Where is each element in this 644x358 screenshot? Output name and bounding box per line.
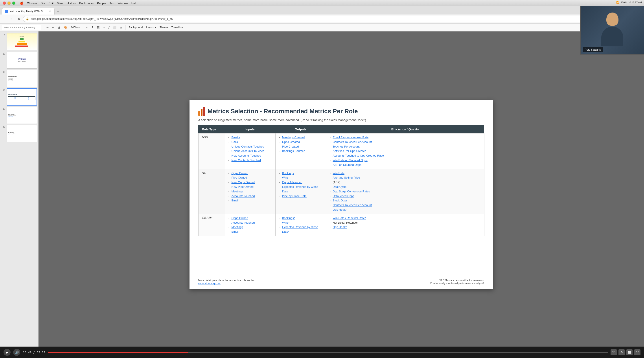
undo-button[interactable]: ↩ [45,25,50,30]
link-meetings-created[interactable]: Meetings Created [282,135,322,140]
slide-canvas[interactable]: Metrics Selection - Recommended Metrics … [190,100,493,289]
text-tool[interactable]: T [90,25,95,30]
active-tab[interactable]: Instrumenting Newly WFH Sal... ✕ [2,8,54,14]
link-ae-opps-owned[interactable]: Opps Owned [232,171,272,176]
link-win-renewal-rate[interactable]: Win Rate / Renewal Rate* [333,216,481,221]
slide-thumb-9[interactable]: 9 Pyramid [1,33,37,50]
footer-link[interactable]: www.atriumhq.com [198,282,220,285]
link-new-accounts-touched[interactable]: New Accounts Touched [232,153,272,158]
background-button[interactable]: Background [127,25,144,30]
theater-button[interactable]: ⬜ [626,349,632,355]
link-csam-wins[interactable]: Wins* [282,221,322,225]
transition-button[interactable]: Transition [170,25,184,30]
play-button[interactable]: ▶ [4,349,10,356]
layout-button[interactable]: Layout ▾ [145,25,157,30]
menu-history[interactable]: History [67,1,76,5]
volume-button[interactable]: 🔊 [13,349,20,356]
link-asp-sourced[interactable]: ASP on Sourced Opps [333,163,481,167]
link-win-rate-sourced[interactable]: Win Rate on Sourced Opps [333,158,481,163]
link-ae-wins[interactable]: Wins [282,175,322,180]
settings-video-button[interactable]: ⚙ [618,349,625,355]
apple-menu[interactable]: 🍎 [20,1,23,5]
zoom-button[interactable]: 100% ▾ [70,25,81,30]
link-ae-contacts-touched[interactable]: Contacts Touched Per Account [333,203,481,208]
menu-window[interactable]: Window [118,1,128,5]
link-ae-bookings[interactable]: Bookings [282,171,322,176]
reload-button[interactable]: ↻ [16,16,22,22]
link-untouched-opps[interactable]: Untouched Opps [333,194,481,199]
menu-people[interactable]: People [97,1,106,5]
menu-file[interactable]: File [40,1,45,5]
link-csam-bookings[interactable]: Bookings* [282,216,322,221]
link-pipe-by-close-date[interactable]: Pipe by Close Date [282,194,322,199]
link-csam-expected-revenue[interactable]: Expected Revenue by Close Date* [282,225,322,234]
link-deal-cycle[interactable]: Deal Cycle [333,185,481,189]
link-unique-accounts-touched[interactable]: Unique Accounts Touched [232,149,272,153]
link-stuck-opps[interactable]: Stuck Opps [333,198,481,203]
shape-tool[interactable]: ○ [102,25,106,30]
link-ae-opp-health[interactable]: Opp Health [333,208,481,212]
link-opps-created[interactable]: Opps Created [282,140,322,144]
fullscreen-button[interactable]: ⛶ [634,349,640,355]
maximize-button[interactable] [12,1,16,4]
print-button[interactable]: 🖨 [56,25,62,30]
new-tab-button[interactable]: + [55,8,61,14]
link-emails[interactable]: Emails [232,135,272,140]
slide-thumb-12[interactable]: 12 Metrics Selection SDREmailsCalls AEOp… [1,88,37,106]
menu-help[interactable]: Help [132,1,137,5]
redo-button[interactable]: ↪ [51,25,56,30]
link-ae-win-rate[interactable]: Win Rate [333,171,481,176]
link-contacts-touched-per-account[interactable]: Contacts Touched Per Account [333,140,481,144]
link-accounts-ratio[interactable]: Accounts Touched to Opp Created Ratio [333,153,481,158]
menu-edit[interactable]: Edit [49,1,54,5]
link-opp-stage-conversion[interactable]: Opp Stage Conversion Rates [333,189,481,194]
paint-button[interactable]: 🎨 [63,25,69,30]
cc-button[interactable]: CC [610,349,617,355]
cursor-tool[interactable]: ↖ [85,25,90,30]
link-opps-advanced[interactable]: Opps Advanced [282,180,322,185]
link-new-pipe-owned[interactable]: New Pipe Owned [232,185,272,189]
link-pipe-owned[interactable]: Pipe Owned [232,175,272,180]
menu-view[interactable]: View [57,1,64,5]
menu-search-input[interactable] [2,25,42,30]
link-activities-per-opp[interactable]: Activities Per Opp Created [333,149,481,153]
more-shapes-tool[interactable]: ⬜ [112,25,118,30]
link-new-opps-owned[interactable]: New Opps Owned [232,180,272,185]
link-touches-per-account[interactable]: Touches Per Account [333,144,481,149]
link-unique-contacts-touched[interactable]: Unique Contacts Touched [232,144,272,149]
link-ae-accounts-touched[interactable]: Accounts Touched [232,194,272,199]
minimize-button[interactable] [8,1,10,4]
slide-thumb-11[interactable]: 11 Metrics Selection • Principle 1 • Pri… [1,70,37,87]
link-csam-email[interactable]: Email [232,230,272,234]
address-bar[interactable]: 🔒 docs.google.com/presentation/d/1sU4qQp… [23,16,606,22]
menu-bookmarks[interactable]: Bookmarks [79,1,94,5]
link-csam-meetings[interactable]: Meetings [232,225,272,230]
video-progress-bar[interactable] [48,352,608,353]
close-button[interactable] [3,1,6,4]
link-calls[interactable]: Calls [232,140,272,144]
line-tool[interactable]: ╱ [107,25,111,30]
theme-button[interactable]: Theme [158,25,169,30]
slide-thumb-14[interactable]: 14 AE Metrics Input/output analysis effi… [1,125,37,142]
back-button[interactable]: ‹ [2,16,8,22]
link-csam-opp-health[interactable]: Opp Health [333,225,481,230]
slide-thumb-13[interactable]: 13 SDR Metrics Input metrics and output … [1,107,37,124]
table-tool[interactable]: ⊞ [119,25,124,30]
link-csam-opps-owned[interactable]: Opps Owned [232,216,272,221]
csam-eff-net-dollar: Net Dollar Retention [330,221,481,225]
link-ae-email[interactable]: Email [232,198,272,203]
forward-button[interactable]: › [9,16,15,22]
link-new-contacts-touched[interactable]: New Contacts Touched [232,158,272,163]
menu-chrome[interactable]: Chrome [27,1,37,5]
link-csam-accounts-touched[interactable]: Accounts Touched [232,221,272,225]
tab-close-button[interactable]: ✕ [48,10,52,13]
image-tool[interactable]: 🖼 [96,25,101,30]
link-ae-asp[interactable]: Average Selling Price [333,175,481,180]
link-ae-meetings[interactable]: Meetings [232,189,272,194]
slide-thumb-10[interactable]: 10 ATRIUM Metrics Selection [1,52,37,69]
link-email-responsiveness-rate[interactable]: Email Responsiveness Rate [333,135,481,140]
link-ae-expected-revenue[interactable]: Expected Revenue by Close Date [282,185,322,194]
link-pipe-created[interactable]: Pipe Created [282,144,322,149]
menu-tab[interactable]: Tab [110,1,114,5]
link-bookings-sourced[interactable]: Bookings Sourced [282,149,322,153]
